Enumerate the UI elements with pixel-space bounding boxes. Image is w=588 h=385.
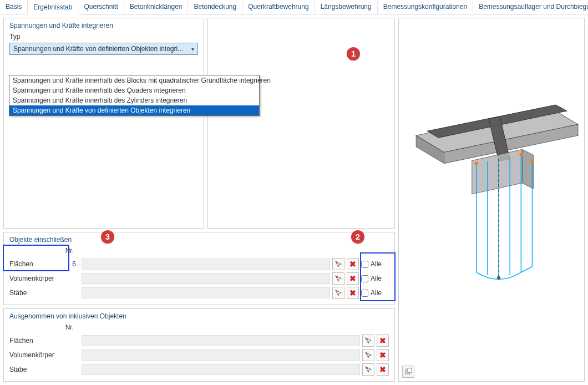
chevron-down-icon: ▾ xyxy=(191,46,194,52)
row-include-flaechen: Flächen 6 ✖ Alle xyxy=(9,257,389,271)
col-header-nr-ex: Nr. xyxy=(60,323,77,331)
panel-exclude-title: Ausgenommen von inklusiven Objekten xyxy=(9,312,389,320)
label-ex-volumen: Volumenkörper xyxy=(9,351,60,359)
checkbox-flaechen-alle[interactable] xyxy=(361,261,368,268)
badge-1: 1 xyxy=(347,47,360,60)
svg-point-13 xyxy=(475,162,478,165)
value-flaechen-nr: 6 xyxy=(63,260,79,268)
panel-include: Objekte einschließen 3 2 Nr. Flächen 6 ✖ xyxy=(3,232,395,305)
badge-2: 2 xyxy=(351,230,364,244)
tab-querschnitt[interactable]: Querschnitt xyxy=(78,0,124,14)
clear-ex-staebe-button[interactable]: ✖ xyxy=(377,363,389,376)
panel-3d-preview[interactable] xyxy=(398,18,585,382)
tbeam-3d-icon xyxy=(399,18,584,381)
tab-querkraftbewehrung[interactable]: Querkraftbewehrung xyxy=(242,0,315,14)
svg-point-15 xyxy=(530,159,534,163)
tab-betonknicklaengen[interactable]: Betonknicklängen xyxy=(124,0,189,14)
pick-flaechen-button[interactable] xyxy=(332,258,344,270)
svg-point-16 xyxy=(497,276,500,280)
row-exclude-flaechen: Flächen ✖ xyxy=(9,333,389,348)
label-alle-staebe: Alle xyxy=(371,289,382,297)
label-volumen: Volumenkörper xyxy=(9,275,60,282)
input-ex-staebe[interactable] xyxy=(82,364,360,375)
tab-ergebnisstab[interactable]: Ergebnisstab xyxy=(28,1,78,14)
checkbox-staebe-alle[interactable] xyxy=(361,290,368,297)
view-settings-button[interactable] xyxy=(402,366,414,378)
clear-staebe-button[interactable]: ✖ xyxy=(347,287,359,299)
label-typ: Typ xyxy=(9,33,198,40)
tab-laengsbewehrung[interactable]: Längsbewehrung xyxy=(315,0,378,14)
dropdown-typ[interactable]: Spannungen und Kräfte von definierten Ob… xyxy=(9,43,198,55)
tab-basis[interactable]: Basis xyxy=(0,0,28,14)
input-staebe[interactable] xyxy=(82,287,330,298)
tab-betondeckung[interactable]: Betondeckung xyxy=(188,0,242,14)
svg-rect-18 xyxy=(407,368,412,373)
input-volumen[interactable] xyxy=(82,273,330,284)
gear-icon xyxy=(404,368,412,376)
panel-integrate: Spannungen und Kräfte integrieren Typ Sp… xyxy=(3,18,204,229)
panel-integrate-title: Spannungen und Kräfte integrieren xyxy=(9,22,198,29)
dropdown-option-1[interactable]: Spannungen und Kräfte innerhalb des Quad… xyxy=(9,85,259,95)
input-ex-volumen[interactable] xyxy=(82,349,360,361)
row-include-volumen: Volumenkörper ✖ Alle xyxy=(9,271,389,286)
checkbox-volumen-alle[interactable] xyxy=(361,275,368,282)
label-staebe: Stäbe xyxy=(9,289,60,297)
label-alle-volumen: Alle xyxy=(371,275,382,282)
badge-3: 3 xyxy=(101,230,114,244)
svg-marker-12 xyxy=(522,149,533,188)
label-ex-flaechen: Flächen xyxy=(9,337,60,345)
clear-volumen-button[interactable]: ✖ xyxy=(347,272,359,285)
svg-point-14 xyxy=(519,153,523,156)
pick-staebe-button[interactable] xyxy=(332,287,344,299)
panel-exclude: Ausgenommen von inklusiven Objekten Nr. … xyxy=(3,308,395,382)
panel-include-title: Objekte einschließen xyxy=(9,236,389,244)
pick-ex-volumen-button[interactable] xyxy=(362,349,374,361)
label-flaechen: Flächen xyxy=(9,260,60,268)
label-ex-staebe: Stäbe xyxy=(9,366,60,373)
pick-volumen-button[interactable] xyxy=(332,272,344,285)
input-ex-flaechen[interactable] xyxy=(82,335,360,346)
pick-ex-staebe-button[interactable] xyxy=(362,363,374,376)
pick-ex-flaechen-button[interactable] xyxy=(362,335,374,347)
dropdown-typ-selected: Spannungen und Kräfte von definierten Ob… xyxy=(13,45,191,53)
tab-bemessungsauflager[interactable]: Bemessungsauflager und Durchbiegung xyxy=(473,0,588,14)
row-exclude-staebe: Stäbe ✖ xyxy=(9,362,389,377)
col-header-nr: Nr. xyxy=(60,247,77,255)
clear-ex-volumen-button[interactable]: ✖ xyxy=(377,349,389,361)
dropdown-option-2[interactable]: Spannungen und Kräfte innerhalb des Zyli… xyxy=(9,95,259,105)
dropdown-typ-list: Spannungen und Kräfte innerhalb des Bloc… xyxy=(9,75,260,116)
row-include-staebe: Stäbe ✖ Alle xyxy=(9,286,389,300)
clear-flaechen-button[interactable]: ✖ xyxy=(347,258,359,270)
tab-bar: Basis Ergebnisstab Querschnitt Betonknic… xyxy=(0,0,588,14)
dropdown-option-3[interactable]: Spannungen und Kräfte von definierten Ob… xyxy=(9,105,259,115)
tab-bemessungskonfigurationen[interactable]: Bemessungskonfigurationen xyxy=(378,0,473,14)
panel-preview-empty: 1 xyxy=(207,18,395,229)
dropdown-option-0[interactable]: Spannungen und Kräfte innerhalb des Bloc… xyxy=(9,75,259,85)
row-exclude-volumen: Volumenkörper ✖ xyxy=(9,348,389,362)
clear-ex-flaechen-button[interactable]: ✖ xyxy=(377,335,389,347)
label-alle-flaechen: Alle xyxy=(371,260,382,268)
input-flaechen[interactable] xyxy=(82,259,330,270)
